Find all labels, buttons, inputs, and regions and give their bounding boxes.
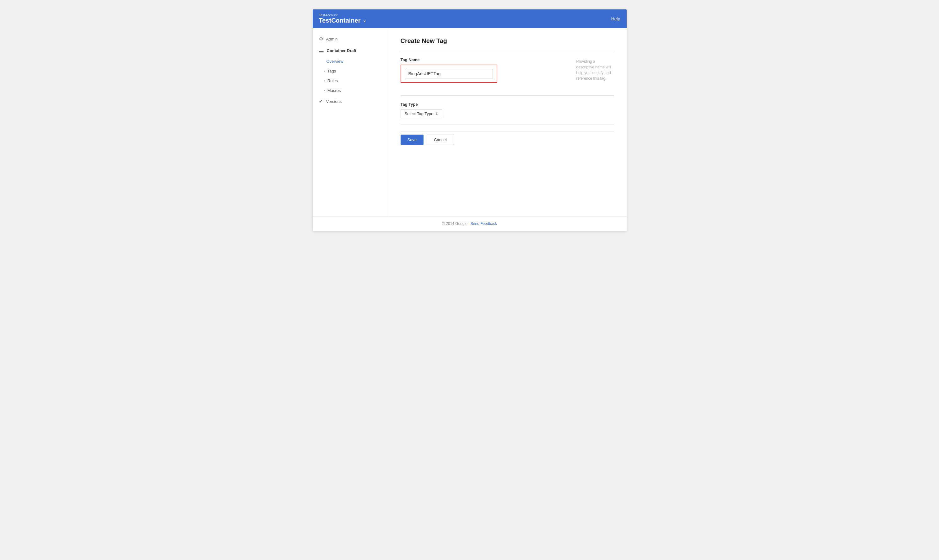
save-button[interactable]: Save [401, 135, 424, 145]
sidebar-item-rules[interactable]: › Rules [313, 76, 388, 86]
divider-top [401, 51, 614, 51]
tag-type-select[interactable]: Select Tag Type ⇕ [401, 109, 443, 118]
divider-middle [401, 95, 614, 96]
copyright-text: © 2014 Google | [442, 222, 470, 226]
form-main: Tag Name [401, 57, 567, 89]
header-left: TestAccount TestContainer ∨ [319, 13, 366, 24]
gear-icon: ⚙ [319, 36, 323, 42]
account-label: TestAccount [319, 13, 366, 17]
sidebar-item-versions[interactable]: ✔ Versions [313, 95, 388, 107]
send-feedback-link[interactable]: Send Feedback [470, 222, 497, 226]
content-area: Create New Tag Tag Name Providing a desc… [388, 28, 627, 216]
tag-name-label: Tag Name [401, 57, 567, 62]
app-container: TestAccount TestContainer ∨ Help ⚙ Admin… [313, 9, 627, 231]
sidebar-item-macros[interactable]: › Macros [313, 86, 388, 95]
sidebar: ⚙ Admin ▬ Container Draft Overview › Tag… [313, 28, 388, 216]
header: TestAccount TestContainer ∨ Help [313, 9, 627, 28]
chevron-right-icon: › [324, 89, 325, 92]
container-icon: ▬ [319, 48, 324, 53]
tag-type-label: Tag Type [401, 102, 614, 107]
tag-type-section: Tag Type Select Tag Type ⇕ [401, 102, 614, 118]
tag-name-box [401, 65, 497, 83]
main-layout: ⚙ Admin ▬ Container Draft Overview › Tag… [313, 28, 627, 216]
select-arrows-icon: ⇕ [435, 112, 438, 116]
overview-label: Overview [327, 59, 344, 64]
container-draft-label: Container Draft [327, 48, 357, 53]
macros-label: Macros [327, 88, 341, 93]
container-title: TestContainer [319, 17, 361, 24]
tag-type-select-label: Select Tag Type [405, 111, 433, 116]
versions-label: Versions [326, 99, 342, 104]
divider-bottom [401, 125, 614, 125]
tag-name-help: Providing a descriptive name will help y… [577, 57, 614, 89]
help-link[interactable]: Help [611, 16, 620, 22]
header-container-row: TestContainer ∨ [319, 17, 366, 24]
tag-name-input[interactable] [405, 69, 493, 78]
sidebar-item-container-draft[interactable]: ▬ Container Draft [313, 45, 388, 57]
sidebar-item-admin[interactable]: ⚙ Admin [313, 33, 388, 45]
admin-label: Admin [326, 37, 338, 42]
rules-label: Rules [327, 78, 338, 83]
versions-icon: ✔ [319, 98, 323, 104]
chevron-right-icon: › [324, 79, 325, 83]
sidebar-item-overview[interactable]: Overview [313, 57, 388, 66]
cancel-button[interactable]: Cancel [427, 135, 454, 145]
tags-label: Tags [327, 69, 336, 74]
chevron-right-icon: › [324, 69, 325, 73]
footer: © 2014 Google | Send Feedback [313, 216, 627, 231]
chevron-down-icon[interactable]: ∨ [363, 18, 366, 23]
sidebar-item-tags[interactable]: › Tags [313, 66, 388, 76]
action-bar: Save Cancel [401, 131, 614, 145]
tag-name-section: Tag Name Providing a descriptive name wi… [401, 57, 614, 89]
page-title: Create New Tag [401, 37, 614, 45]
